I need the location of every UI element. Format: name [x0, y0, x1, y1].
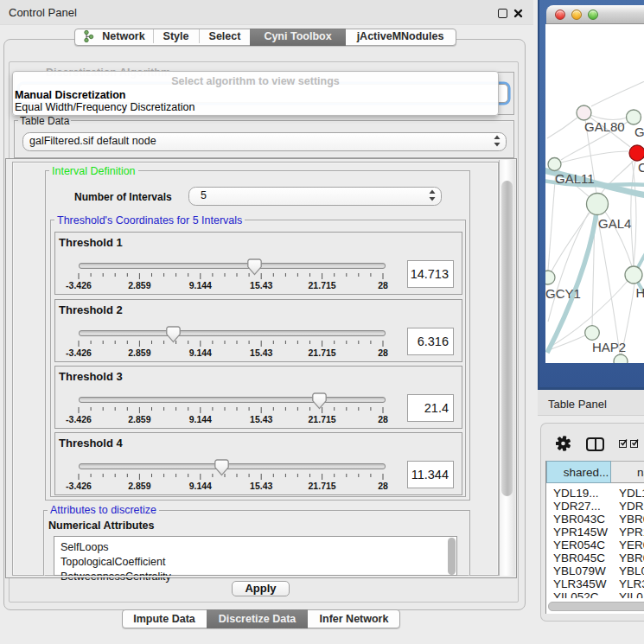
svg-text:GA: GA [634, 124, 644, 139]
svg-text:GAL80: GAL80 [584, 119, 625, 134]
svg-text:GAL11: GAL11 [555, 171, 595, 186]
svg-text:GCY1: GCY1 [545, 286, 581, 301]
svg-text:HAP2: HAP2 [592, 340, 626, 354]
svg-text:GAL4: GAL4 [598, 216, 631, 231]
svg-text:C: C [638, 160, 644, 175]
svg-text:H: H [636, 285, 644, 300]
